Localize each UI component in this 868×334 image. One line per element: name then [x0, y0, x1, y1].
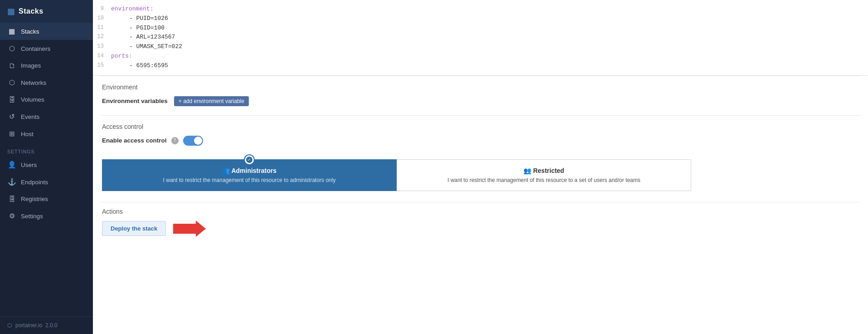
add-env-variable-button[interactable]: + add environment variable — [174, 96, 249, 106]
sidebar-item-images[interactable]: 🗋 Images — [0, 57, 93, 74]
deploy-stack-button[interactable]: Deploy the stack — [102, 221, 166, 236]
restricted-card-desc: I want to restrict the management of thi… — [404, 177, 684, 183]
sidebar-item-label-host: Host — [21, 131, 34, 138]
portainer-footer-text: portainer.io 2.0.0 — [15, 322, 58, 329]
restricted-card-icon: 👥 — [524, 167, 533, 174]
line-content: ports: — [111, 52, 132, 61]
sidebar: ▦ Stacks ▦ Stacks ⬡ Containers 🗋 Images … — [0, 0, 93, 334]
settings-section-label: SETTINGS — [0, 142, 93, 156]
sidebar-item-settings[interactable]: ⚙ Settings — [0, 207, 93, 225]
line-number: 10 — [93, 14, 111, 23]
line-content: - PUID=1026 — [111, 14, 168, 24]
line-content: environment: — [111, 5, 154, 14]
main-content: 9environment:10- PUID=102611- PGID=10012… — [93, 0, 868, 334]
code-line: 14ports: — [93, 52, 868, 61]
actions-section: Actions Deploy the stack — [93, 202, 868, 246]
line-number: 14 — [93, 52, 111, 60]
sidebar-item-label-endpoints: Endpoints — [21, 179, 48, 186]
sidebar-item-label-stacks: Stacks — [21, 28, 39, 35]
code-line: 13- UMASK_SET=022 — [93, 42, 868, 52]
line-number: 15 — [93, 61, 111, 70]
networks-nav-icon: ⬡ — [7, 79, 16, 87]
settings-nav-icon: ⚙ — [7, 212, 16, 220]
sidebar-item-events[interactable]: ↺ Events — [0, 108, 93, 125]
line-number: 13 — [93, 42, 111, 51]
access-control-row: Enable access control ? — [102, 136, 859, 146]
line-content: - 6595:6595 — [111, 61, 168, 71]
line-content: - UMASK_SET=022 — [111, 42, 182, 52]
help-icon[interactable]: ? — [171, 137, 179, 144]
volumes-nav-icon: 🗄 — [7, 96, 16, 103]
red-arrow-body — [173, 224, 196, 234]
code-line: 12- ARL=1234567 — [93, 33, 868, 42]
sidebar-item-containers[interactable]: ⬡ Containers — [0, 40, 93, 57]
sidebar-item-endpoints[interactable]: ⚓ Endpoints — [0, 173, 93, 191]
code-section: 9environment:10- PUID=102611- PGID=10012… — [93, 0, 868, 76]
administrators-card-icon: 👥 — [222, 167, 231, 174]
code-line: 11- PGID=100 — [93, 24, 868, 33]
actions-title: Actions — [102, 208, 859, 215]
check-circle-inner: ✓ — [246, 157, 252, 163]
access-control-toggle[interactable] — [183, 136, 203, 146]
enable-access-control-label: Enable access control — [102, 137, 167, 144]
sidebar-item-host[interactable]: ⊞ Host — [0, 125, 93, 142]
code-block: 9environment:10- PUID=102611- PGID=10012… — [93, 0, 868, 75]
check-circle-administrators: ✓ — [244, 154, 255, 165]
users-nav-icon: 👤 — [7, 161, 16, 169]
sidebar-item-label-volumes: Volumes — [21, 96, 44, 103]
sidebar-item-label-users: Users — [21, 162, 37, 168]
sidebar-item-label-events: Events — [21, 113, 39, 120]
sidebar-item-registries[interactable]: 🗄 Registries — [0, 191, 93, 207]
code-line: 9environment: — [93, 5, 868, 14]
env-variables-label: Environment variables — [102, 98, 168, 104]
host-nav-icon: ⊞ — [7, 130, 16, 138]
restricted-card[interactable]: 👥 Restricted I want to restrict the mana… — [397, 159, 691, 191]
red-arrow-indicator — [173, 221, 206, 237]
administrators-card[interactable]: ✓ 👥 Administrators I want to restrict th… — [102, 159, 397, 191]
code-line: 10- PUID=1026 — [93, 14, 868, 24]
sidebar-item-label-registries: Registries — [21, 196, 48, 202]
sidebar-item-label-settings: Settings — [21, 213, 43, 220]
environment-section: Environment Environment variables + add … — [93, 76, 868, 115]
footer-version: 2.0.0 — [45, 322, 58, 329]
events-nav-icon: ↺ — [7, 113, 16, 121]
restricted-card-title: 👥 Restricted — [404, 167, 684, 174]
access-control-section: Access control Enable access control ? ✓… — [93, 116, 868, 202]
registries-nav-icon: 🗄 — [7, 195, 16, 203]
stacks-nav-icon: ▦ — [7, 27, 16, 35]
line-number: 11 — [93, 24, 111, 32]
sidebar-item-users[interactable]: 👤 Users — [0, 156, 93, 173]
env-variables-row: Environment variables + add environment … — [102, 96, 859, 106]
administrators-card-desc: I want to restrict the management of thi… — [110, 177, 389, 183]
red-arrow-head — [196, 221, 206, 237]
portainer-logo: ⬡ — [7, 322, 12, 329]
line-content: - ARL=1234567 — [111, 33, 175, 42]
stacks-icon: ▦ — [7, 6, 15, 16]
environment-title: Environment — [102, 84, 859, 91]
line-content: - PGID=100 — [111, 24, 165, 33]
access-control-cards: ✓ 👥 Administrators I want to restrict th… — [102, 153, 691, 191]
line-number: 12 — [93, 33, 111, 41]
images-nav-icon: 🗋 — [7, 62, 16, 69]
sidebar-footer: ⬡ portainer.io 2.0.0 — [0, 316, 93, 334]
sidebar-header: ▦ Stacks — [0, 0, 93, 23]
containers-nav-icon: ⬡ — [7, 44, 16, 53]
sidebar-header-title: Stacks — [19, 7, 44, 15]
code-line: 15- 6595:6595 — [93, 61, 868, 71]
actions-row: Deploy the stack — [102, 221, 859, 237]
sidebar-item-label-networks: Networks — [21, 79, 46, 86]
line-number: 9 — [93, 5, 111, 13]
access-control-title: Access control — [102, 123, 859, 130]
administrators-card-title: 👥 Administrators — [110, 167, 389, 174]
endpoints-nav-icon: ⚓ — [7, 178, 16, 186]
sidebar-item-label-containers: Containers — [21, 45, 50, 52]
sidebar-item-networks[interactable]: ⬡ Networks — [0, 74, 93, 91]
sidebar-item-stacks[interactable]: ▦ Stacks — [0, 23, 93, 40]
sidebar-item-label-images: Images — [21, 62, 41, 69]
sidebar-item-volumes[interactable]: 🗄 Volumes — [0, 91, 93, 108]
footer-brand: portainer.io — [15, 322, 42, 329]
